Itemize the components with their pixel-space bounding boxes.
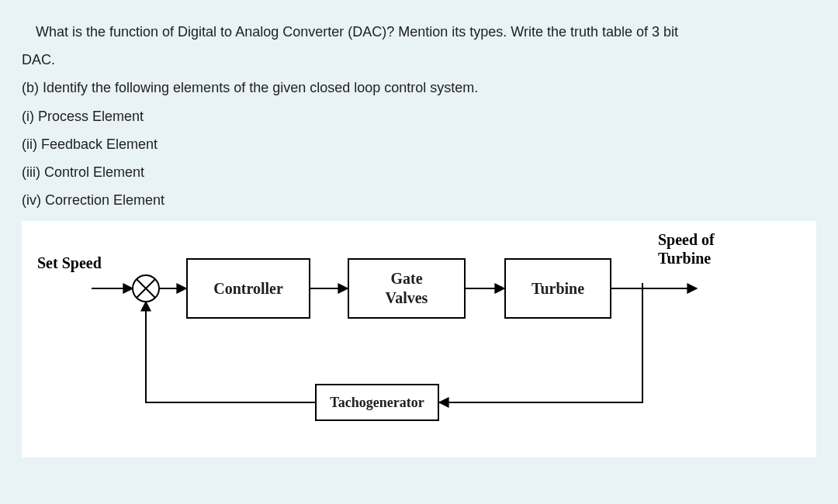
part-b-intro: (b) Identify the following elements of t…	[22, 74, 816, 101]
item-2: (ii) Feedback Element	[22, 131, 816, 157]
item-3: (iii) Control Element	[22, 159, 816, 185]
item-1: (i) Process Element	[22, 103, 816, 129]
part-a-line2: DAC.	[22, 47, 816, 73]
item-4: (iv) Correction Element	[22, 187, 816, 213]
part-a-line1: What is the function of Digital to Analo…	[22, 19, 816, 45]
summing-junction-icon	[133, 275, 159, 302]
control-loop-diagram: Set Speed Speed of Turbine Controller Ga…	[22, 221, 816, 457]
diagram-connectors	[22, 221, 816, 457]
question-body: What is the function of Digital to Analo…	[22, 19, 816, 213]
